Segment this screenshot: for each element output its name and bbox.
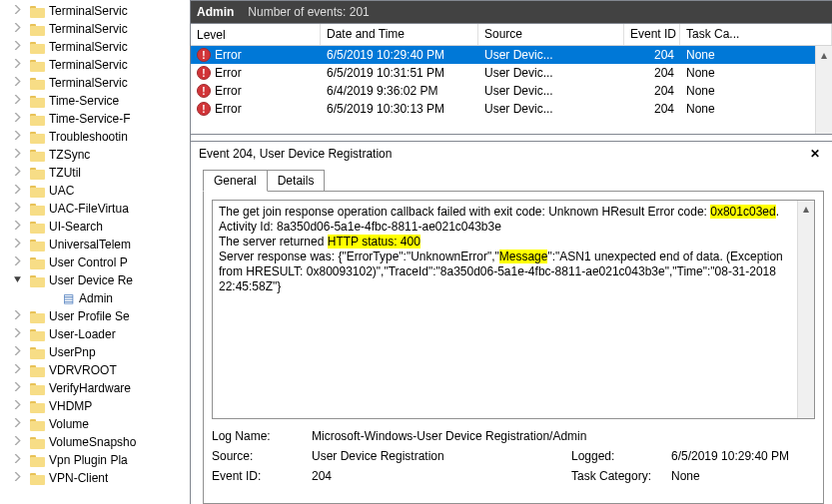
col-source[interactable]: Source xyxy=(478,24,624,45)
chevron-right-icon[interactable] xyxy=(12,453,22,463)
table-row[interactable]: !Error6/5/2019 10:30:13 PMUser Devic...2… xyxy=(191,100,832,118)
chevron-right-icon[interactable] xyxy=(12,148,22,158)
tab-body-general: The get join response operation callback… xyxy=(203,191,824,504)
chevron-right-icon[interactable] xyxy=(12,399,22,409)
tree-item-folder[interactable]: User Control P xyxy=(0,253,189,271)
tree-item-folder[interactable]: Troubleshootin xyxy=(0,128,189,146)
error-icon: ! xyxy=(197,102,211,116)
table-scrollbar[interactable]: ▴ xyxy=(815,46,832,134)
tree-item-label: Volume xyxy=(49,417,89,431)
chevron-right-icon[interactable] xyxy=(12,327,22,337)
scroll-up-icon[interactable]: ▴ xyxy=(798,201,814,218)
tree-item-label: VolumeSnapsho xyxy=(49,435,136,449)
event-message: The get join response operation callback… xyxy=(212,200,815,419)
cell-date: 6/4/2019 9:36:02 PM xyxy=(321,84,478,98)
tree-item-folder[interactable]: Vpn Plugin Pla xyxy=(0,451,189,469)
tree-item-label: User Profile Se xyxy=(49,309,130,323)
tree-item-folder[interactable]: TerminalServic xyxy=(0,38,189,56)
col-date[interactable]: Date and Time xyxy=(321,24,478,45)
tree-item-folder[interactable]: UniversalTelem xyxy=(0,236,189,253)
scroll-up-icon[interactable]: ▴ xyxy=(816,46,832,63)
chevron-right-icon[interactable] xyxy=(12,435,22,445)
tab-general[interactable]: General xyxy=(203,170,268,192)
tree-item-folder[interactable]: Time-Service xyxy=(0,92,189,110)
chevron-right-icon[interactable] xyxy=(12,417,22,427)
tree-item-folder[interactable]: TerminalServic xyxy=(0,56,189,74)
tree-item-label: UAC xyxy=(49,184,74,198)
chevron-right-icon[interactable] xyxy=(12,130,22,140)
chevron-right-icon[interactable] xyxy=(12,58,22,68)
col-event-id[interactable]: Event ID xyxy=(624,24,680,45)
chevron-right-icon[interactable] xyxy=(12,4,22,14)
chevron-right-icon[interactable] xyxy=(12,22,22,32)
chevron-right-icon[interactable] xyxy=(12,220,22,230)
tree-item-folder[interactable]: User-Loader xyxy=(0,325,189,343)
tree-item-folder[interactable]: UAC-FileVirtua xyxy=(0,200,189,218)
highlight-message-key: Message xyxy=(499,250,548,263)
table-row[interactable]: !Error6/4/2019 9:36:02 PMUser Devic...20… xyxy=(191,82,832,100)
chevron-right-icon[interactable] xyxy=(12,40,22,50)
tree-item-folder[interactable]: Volume xyxy=(0,415,189,433)
tree-item-folder[interactable]: TZSync xyxy=(0,146,189,164)
tree-item-folder[interactable]: User Profile Se xyxy=(0,307,189,325)
tree-item-folder[interactable]: Time-Service-F xyxy=(0,110,189,128)
cell-source: User Devic... xyxy=(478,84,624,98)
header-bar: Admin Number of events: 201 xyxy=(191,1,832,23)
chevron-down-icon[interactable] xyxy=(12,273,22,283)
cell-level: !Error xyxy=(191,48,321,62)
tree-item-label: UI-Search xyxy=(49,220,103,234)
message-scrollbar[interactable]: ▴ xyxy=(797,201,814,418)
tree-item-label: TerminalServic xyxy=(49,22,128,36)
tree-item-folder[interactable]: UI-Search xyxy=(0,218,189,236)
tree-item-folder[interactable]: VHDMP xyxy=(0,397,189,415)
chevron-right-icon[interactable] xyxy=(12,255,22,265)
chevron-right-icon[interactable] xyxy=(12,112,22,122)
folder-icon xyxy=(30,220,46,234)
tree-item-folder[interactable]: TZUtil xyxy=(0,164,189,182)
table-row[interactable]: !Error6/5/2019 10:31:51 PMUser Devic...2… xyxy=(191,64,832,82)
folder-icon xyxy=(30,345,46,359)
chevron-right-icon[interactable] xyxy=(12,363,22,373)
chevron-right-icon[interactable] xyxy=(12,76,22,86)
tab-details[interactable]: Details xyxy=(267,170,326,192)
cell-source: User Devic... xyxy=(478,48,624,62)
cell-task-category: None xyxy=(680,66,832,80)
tree-item-label: Troubleshootin xyxy=(49,130,128,144)
tree-item-label: TZSync xyxy=(49,148,90,162)
col-task-category[interactable]: Task Ca... xyxy=(680,24,832,45)
tree-item-folder[interactable]: UAC xyxy=(0,182,189,200)
tree-pane[interactable]: TerminalServicTerminalServicTerminalServ… xyxy=(0,0,190,504)
chevron-right-icon[interactable] xyxy=(12,166,22,176)
chevron-right-icon[interactable] xyxy=(12,202,22,212)
chevron-right-icon[interactable] xyxy=(12,184,22,194)
chevron-right-icon[interactable] xyxy=(12,309,22,319)
chevron-right-icon[interactable] xyxy=(12,94,22,104)
chevron-right-icon[interactable] xyxy=(12,345,22,355)
tree-item-folder[interactable]: VerifyHardware xyxy=(0,379,189,397)
tree-item-label: UAC-FileVirtua xyxy=(49,202,129,216)
folder-icon xyxy=(30,273,46,287)
tree-item-label: TZUtil xyxy=(49,166,81,180)
chevron-right-icon[interactable] xyxy=(12,381,22,391)
tree-item-folder[interactable]: VDRVROOT xyxy=(0,361,189,379)
cell-source: User Devic... xyxy=(478,66,624,80)
tree-item-label: User-Loader xyxy=(49,327,116,341)
detail-title: Event 204, User Device Registration xyxy=(199,147,810,161)
msg-text: . xyxy=(776,205,779,219)
tree-item-folder[interactable]: User Device Re xyxy=(0,271,189,289)
close-icon[interactable]: ✕ xyxy=(810,147,824,161)
folder-icon xyxy=(30,453,46,467)
tree-item-folder[interactable]: VolumeSnapsho xyxy=(0,433,189,451)
col-level[interactable]: Level xyxy=(191,24,321,45)
tree-item-folder[interactable]: VPN-Client xyxy=(0,469,189,487)
tree-item-folder[interactable]: TerminalServic xyxy=(0,20,189,38)
value-source: User Device Registration xyxy=(312,449,571,463)
table-row[interactable]: !Error6/5/2019 10:29:40 PMUser Devic...2… xyxy=(191,46,832,64)
tree-item-folder[interactable]: UserPnp xyxy=(0,343,189,361)
chevron-right-icon[interactable] xyxy=(12,238,22,248)
cell-event-id: 204 xyxy=(624,48,680,62)
tree-item-folder[interactable]: TerminalServic xyxy=(0,2,189,20)
tree-item-admin[interactable]: ▤Admin xyxy=(0,289,189,307)
tree-item-folder[interactable]: TerminalServic xyxy=(0,74,189,92)
chevron-right-icon[interactable] xyxy=(12,471,22,481)
